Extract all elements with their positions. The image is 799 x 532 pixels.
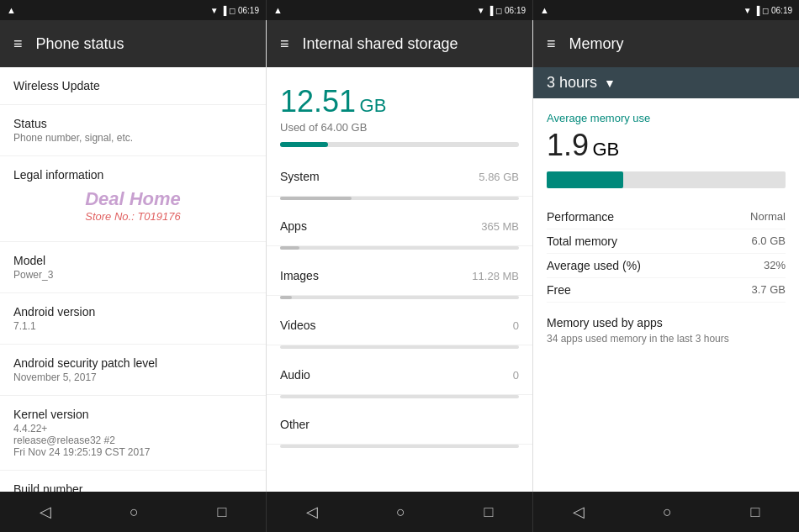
security-patch-item[interactable]: Android security patch level November 5,…: [0, 345, 266, 396]
storage-main-unit: GB: [360, 95, 387, 116]
phone-status-menu-icon[interactable]: ≡: [13, 35, 23, 53]
wireless-update-item[interactable]: Wireless Update: [0, 67, 266, 105]
storage-videos-value: 0: [513, 319, 519, 332]
status-bar-1-icons: ▼ ▐ ◻ ▼ ◼ ◻ 06:1906:19: [210, 6, 259, 15]
memory-performance-value: Normal: [750, 210, 786, 224]
avg-memory-label: Average memory use: [547, 112, 786, 124]
status-subtitle: Phone number, signal, etc.: [13, 132, 252, 144]
legal-item[interactable]: Legal information Deal Home Store No.: T…: [0, 156, 266, 242]
storage-other-item: Other: [267, 405, 532, 445]
memory-free-value: 3.7 GB: [752, 283, 786, 297]
build-number-item[interactable]: Build number Power_3_V01: [0, 471, 266, 492]
storage-apps-name: Apps: [280, 219, 307, 233]
phone-status-content: Wireless Update Status Phone number, sig…: [0, 67, 266, 492]
memory-performance-label: Performance: [547, 210, 614, 224]
legal-title: Legal information: [13, 168, 252, 182]
memory-time-dropdown-icon[interactable]: ▼: [604, 76, 616, 90]
storage-apps-bar: [280, 246, 519, 250]
nav-bar-3: ◁ ○ □: [533, 492, 799, 532]
memory-progress-bar: [547, 171, 786, 188]
memory-progress-fill: [547, 171, 623, 188]
android-version-title: Android version: [13, 305, 252, 319]
nav-bar-1: ◁ ○ □: [0, 492, 267, 532]
storage-system-bar: [280, 197, 519, 200]
model-item[interactable]: Model Power_3: [0, 242, 266, 293]
status-bar-2-left: ▲: [273, 5, 283, 15]
recent-button-1[interactable]: □: [204, 497, 240, 528]
wireless-update-title: Wireless Update: [13, 79, 252, 92]
memory-apps-subtitle: 34 apps used memory in the last 3 hours: [547, 333, 786, 345]
status-item[interactable]: Status Phone number, signal, etc.: [0, 105, 266, 156]
storage-images-item: Images 11.28 MB: [267, 256, 532, 296]
android-version-item[interactable]: Android version 7.1.1: [0, 293, 266, 345]
memory-content: Average memory use 1.9 GB Performance No…: [533, 98, 799, 492]
storage-audio-value: 0: [513, 369, 519, 382]
storage-apps-item: Apps 365 MB: [267, 207, 532, 246]
storage-used-label: Used of 64.00 GB: [280, 121, 519, 134]
phone-status-header: ≡ Phone status: [0, 20, 266, 67]
storage-system-name: System: [280, 170, 320, 183]
storage-apps-value: 365 MB: [481, 220, 519, 233]
storage-images-bar: [280, 296, 519, 299]
memory-menu-icon[interactable]: ≡: [547, 35, 556, 53]
memory-title: Memory: [569, 35, 624, 53]
watermark: Deal Home Store No.: T019176: [13, 182, 252, 229]
phone-status-panel: ≡ Phone status Wireless Update Status Ph…: [0, 20, 267, 492]
status-bar-2-icons: ▼ ▐ ◻ 06:19: [477, 6, 526, 15]
storage-content: 12.51 GB Used of 64.00 GB System 5.86 GB…: [267, 67, 532, 492]
model-title: Model: [13, 254, 252, 267]
back-button-3[interactable]: ◁: [559, 496, 598, 528]
storage-audio-item: Audio 0: [267, 356, 532, 395]
recent-button-2[interactable]: □: [470, 497, 506, 528]
watermark-text: Deal Home: [20, 188, 246, 210]
memory-total-label: Total memory: [547, 234, 617, 248]
memory-avg-used-value: 32%: [764, 259, 786, 272]
storage-progress-bar: [280, 142, 519, 147]
storage-images-name: Images: [280, 269, 319, 282]
watermark-sub: Store No.: T019176: [20, 210, 246, 223]
home-button-1[interactable]: ○: [116, 497, 152, 528]
storage-audio-bar: [280, 395, 519, 398]
back-button-2[interactable]: ◁: [293, 496, 331, 528]
memory-time-bar[interactable]: 3 hours ▼: [533, 67, 799, 98]
storage-videos-name: Videos: [280, 319, 316, 332]
storage-progress-fill: [280, 142, 328, 147]
memory-free-label: Free: [547, 283, 571, 297]
memory-apps-section: Memory used by apps 34 apps used memory …: [547, 316, 786, 345]
avg-memory-unit: GB: [593, 139, 620, 160]
kernel-version-title: Kernel version: [13, 408, 252, 421]
memory-apps-title: Memory used by apps: [547, 316, 786, 329]
kernel-version-item[interactable]: Kernel version 4.4.22+ release@release32…: [0, 396, 266, 471]
android-version-value: 7.1.1: [13, 320, 252, 332]
memory-performance-row: Performance Normal: [547, 205, 786, 229]
status-bar-1-left: ▲: [7, 5, 16, 15]
home-button-3[interactable]: ○: [649, 497, 685, 528]
build-number-title: Build number: [13, 482, 252, 492]
storage-panel: ≡ Internal shared storage 12.51 GB Used …: [267, 20, 533, 492]
memory-free-row: Free 3.7 GB: [547, 278, 786, 303]
storage-main-value: 12.51: [280, 84, 356, 119]
status-bar-2: ▲ ▼ ▐ ◻ 06:19: [267, 0, 533, 20]
avg-memory-value: 1.9: [547, 128, 589, 162]
storage-images-value: 11.28 MB: [472, 270, 519, 282]
memory-total-row: Total memory 6.0 GB: [547, 229, 786, 254]
home-button-2[interactable]: ○: [383, 497, 419, 528]
storage-audio-name: Audio: [280, 368, 310, 382]
memory-avg-used-label: Average used (%): [547, 259, 641, 272]
memory-time-label: 3 hours: [547, 74, 597, 92]
kernel-version-value: 4.4.22+ release@release32 #2 Fri Nov 24 …: [13, 423, 252, 458]
memory-stats-section: Average memory use 1.9 GB Performance No…: [533, 98, 799, 358]
storage-menu-icon[interactable]: ≡: [280, 35, 289, 53]
storage-summary: 12.51 GB Used of 64.00 GB: [267, 67, 532, 157]
nav-bar-2: ◁ ○ □: [267, 492, 533, 532]
status-bar-1: ▲ ▼ ▐ ◻ ▼ ◼ ◻ 06:1906:19: [0, 0, 267, 20]
storage-system-value: 5.86 GB: [479, 171, 519, 183]
status-bar-3-left: ▲: [540, 5, 549, 15]
storage-header: ≡ Internal shared storage: [267, 20, 532, 67]
recent-button-3[interactable]: □: [737, 497, 773, 528]
memory-avg-used-row: Average used (%) 32%: [547, 254, 786, 278]
back-button-1[interactable]: ◁: [26, 496, 65, 528]
memory-total-value: 6.0 GB: [752, 234, 786, 248]
model-value: Power_3: [13, 269, 252, 281]
storage-videos-bar: [280, 345, 519, 349]
